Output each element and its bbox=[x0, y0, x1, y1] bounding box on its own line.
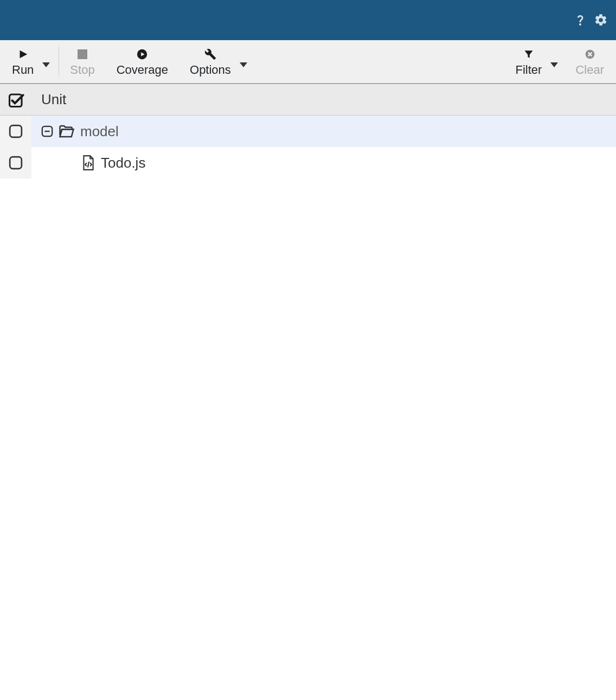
coverage-label: Coverage bbox=[117, 63, 168, 77]
clear-label: Clear bbox=[575, 63, 604, 77]
collapse-minus-icon[interactable] bbox=[41, 125, 53, 137]
run-label: Run bbox=[12, 63, 34, 77]
coverage-button[interactable]: Coverage bbox=[111, 44, 174, 79]
toolbar-divider bbox=[59, 47, 59, 77]
stop-icon bbox=[75, 47, 90, 62]
filter-label: Filter bbox=[516, 63, 542, 77]
clear-button[interactable]: Clear bbox=[570, 44, 609, 79]
filter-button[interactable]: Filter bbox=[510, 44, 548, 79]
run-dropdown[interactable] bbox=[39, 40, 53, 83]
clear-x-icon bbox=[582, 47, 598, 62]
svg-rect-4 bbox=[10, 125, 22, 137]
svg-rect-7 bbox=[10, 157, 22, 169]
checkbox-unchecked[interactable] bbox=[0, 116, 31, 147]
group-header-unit[interactable]: Unit bbox=[0, 84, 616, 116]
checkbox-unchecked[interactable] bbox=[0, 147, 31, 179]
play-icon bbox=[15, 47, 30, 62]
tree-row-file[interactable]: Todo.js bbox=[0, 147, 616, 179]
toolbar: Run Stop Coverage Options Filter bbox=[0, 40, 616, 84]
help-icon[interactable] bbox=[573, 12, 588, 28]
filter-icon bbox=[521, 47, 536, 62]
tree-row-folder[interactable]: model bbox=[0, 116, 616, 147]
folder-open-icon bbox=[59, 124, 75, 138]
options-label: Options bbox=[190, 63, 231, 77]
code-file-icon bbox=[81, 155, 95, 171]
play-circle-icon bbox=[134, 47, 150, 62]
run-button[interactable]: Run bbox=[7, 44, 39, 79]
group-label: Unit bbox=[41, 91, 66, 108]
checkbox-checked-icon[interactable] bbox=[5, 92, 27, 108]
wrench-icon bbox=[203, 47, 218, 62]
options-button[interactable]: Options bbox=[184, 44, 236, 79]
stop-button[interactable]: Stop bbox=[65, 44, 100, 79]
svg-rect-0 bbox=[78, 49, 87, 59]
app-header bbox=[0, 0, 616, 40]
stop-label: Stop bbox=[70, 63, 94, 77]
options-dropdown[interactable] bbox=[236, 40, 251, 83]
file-name: Todo.js bbox=[101, 155, 145, 171]
folder-name: model bbox=[80, 123, 119, 140]
settings-gear-icon[interactable] bbox=[593, 12, 608, 28]
filter-dropdown[interactable] bbox=[547, 40, 561, 83]
